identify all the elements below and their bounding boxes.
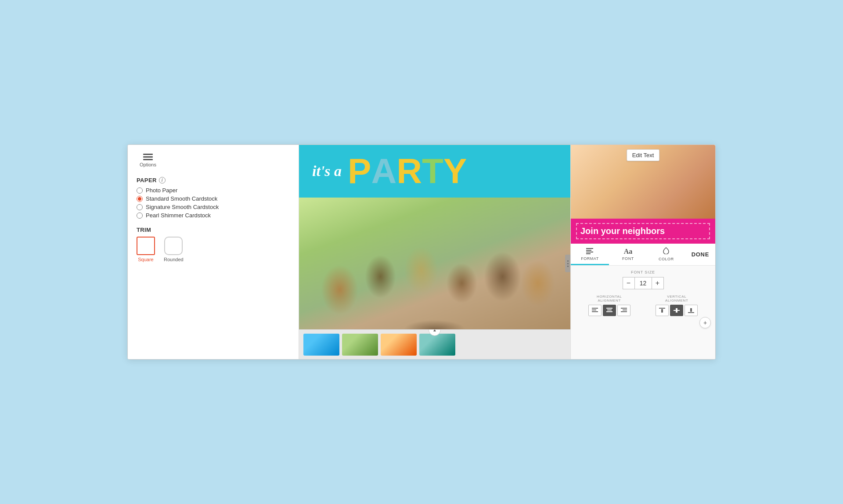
sidebar: Options PAPER i Photo Paper Standard Smo…: [128, 145, 299, 359]
paper-radio-photo[interactable]: [137, 187, 143, 194]
trim-options: Square Rounded: [137, 237, 290, 262]
canvas-image-area: it's a P A R T Y: [299, 145, 570, 359]
svg-rect-8: [607, 310, 612, 310]
sidebar-options-button[interactable]: Options: [137, 154, 159, 167]
party-word: P A R T Y: [348, 151, 467, 191]
right-photo-preview: Edit Text: [571, 145, 715, 219]
paper-label-signature: Signature Smooth Cardstock: [146, 204, 219, 210]
edit-toolbar: Format Aa Font Color DONE: [571, 244, 715, 359]
paper-label-pearl: Pearl Shimmer Cardstock: [146, 212, 211, 219]
paper-section: PAPER i Photo Paper Standard Smooth Card…: [137, 177, 290, 219]
its-a-text: it's a: [312, 163, 342, 180]
tab-font-label: Font: [622, 256, 634, 261]
main-photo-area: [299, 198, 570, 329]
thumbnail-2[interactable]: [342, 334, 378, 356]
tab-format[interactable]: Format: [571, 244, 609, 265]
paper-option-signature[interactable]: Signature Smooth Cardstock: [137, 204, 290, 210]
hamburger-icon: [143, 154, 153, 160]
svg-rect-12: [621, 311, 627, 312]
thumbnail-3[interactable]: [381, 334, 417, 356]
svg-rect-10: [621, 308, 627, 309]
paper-option-pearl[interactable]: Pearl Shimmer Cardstock: [137, 212, 290, 219]
align-center-button[interactable]: [603, 305, 616, 316]
svg-rect-3: [586, 253, 591, 254]
svg-rect-5: [592, 310, 596, 310]
svg-rect-14: [661, 309, 663, 313]
party-letter-p: P: [348, 151, 371, 191]
font-size-plus-button[interactable]: +: [652, 277, 664, 289]
tab-font[interactable]: Aa Font: [609, 244, 647, 265]
drag-dot-3: [567, 266, 569, 267]
font-size-minus-button[interactable]: −: [623, 277, 635, 289]
done-button[interactable]: DONE: [685, 244, 715, 265]
paper-radio-signature[interactable]: [137, 204, 143, 210]
party-letter-t: T: [422, 151, 443, 191]
pink-text-bar[interactable]: Join your neighbors: [571, 219, 715, 244]
align-top-button[interactable]: [656, 305, 669, 316]
paper-info-icon[interactable]: i: [159, 177, 166, 184]
vertical-alignment-label: VERTICALALIGNMENT: [665, 295, 688, 302]
app-window: Options PAPER i Photo Paper Standard Smo…: [127, 144, 716, 360]
trim-section: TRIM Square Rounded: [137, 227, 290, 262]
vertical-alignment-group: VERTICALALIGNMENT: [645, 295, 709, 316]
align-middle-button[interactable]: [670, 305, 683, 316]
horizontal-align-buttons: [588, 305, 630, 316]
drag-dot-2: [567, 263, 569, 264]
trim-rounded-option[interactable]: Rounded: [164, 237, 184, 262]
thumbnail-4[interactable]: [419, 334, 455, 356]
trim-square-label: Square: [138, 257, 153, 262]
trim-title: TRIM: [137, 227, 290, 233]
svg-rect-16: [674, 310, 680, 311]
party-letter-y: Y: [443, 151, 467, 191]
canvas-drag-handle[interactable]: [565, 255, 570, 272]
party-letter-r: R: [396, 151, 422, 191]
paper-radio-group: Photo Paper Standard Smooth Cardstock Si…: [137, 187, 290, 219]
thumbnail-1[interactable]: [303, 334, 339, 356]
tab-color[interactable]: Color: [647, 244, 685, 265]
options-label: Options: [140, 162, 156, 167]
paper-option-standard[interactable]: Standard Smooth Cardstock: [137, 195, 290, 202]
paper-title: PAPER i: [137, 177, 290, 184]
tab-format-label: Format: [581, 256, 599, 261]
paper-label-photo: Photo Paper: [146, 187, 177, 194]
svg-rect-1: [586, 250, 591, 251]
font-size-label: FONT SIZE: [631, 270, 655, 274]
align-bottom-button[interactable]: [684, 305, 698, 316]
trim-square-option[interactable]: Square: [137, 237, 155, 262]
trim-square-icon: [137, 237, 155, 255]
trim-rounded-icon: [164, 237, 183, 255]
zoom-add-button[interactable]: +: [699, 317, 711, 328]
paper-radio-standard[interactable]: [137, 196, 143, 202]
thumbnail-strip: ▲: [299, 329, 570, 359]
font-icon: Aa: [624, 248, 633, 256]
svg-rect-4: [592, 308, 598, 309]
svg-rect-13: [659, 308, 665, 309]
people-overlay: [299, 198, 570, 329]
horizontal-alignment-label: HORIZONTALALIGNMENT: [597, 295, 622, 302]
pink-bar-inner: Join your neighbors: [576, 223, 710, 239]
toolbar-tabs-row: Format Aa Font Color DONE: [571, 244, 715, 266]
right-panel: Edit Text Join your neighbors: [570, 145, 715, 359]
align-right-button[interactable]: [617, 305, 630, 316]
font-size-value: 12: [635, 277, 652, 289]
paper-radio-pearl[interactable]: [137, 212, 143, 219]
svg-rect-11: [623, 310, 627, 310]
svg-rect-18: [690, 308, 692, 312]
svg-rect-6: [592, 311, 598, 312]
join-neighbors-text: Join your neighbors: [580, 226, 665, 236]
font-size-control: − 12 +: [623, 277, 664, 289]
svg-rect-19: [688, 312, 694, 313]
edit-text-button[interactable]: Edit Text: [627, 149, 660, 161]
svg-rect-17: [676, 311, 677, 313]
center-canvas: it's a P A R T Y: [299, 145, 570, 359]
format-icon: [586, 248, 593, 256]
trim-rounded-label: Rounded: [164, 257, 184, 262]
party-banner: it's a P A R T Y: [299, 145, 570, 198]
color-icon: [663, 247, 670, 256]
party-letter-a: A: [371, 151, 396, 191]
paper-option-photo[interactable]: Photo Paper: [137, 187, 290, 194]
align-left-button[interactable]: [588, 305, 602, 316]
horizontal-alignment-group: HORIZONTALALIGNMENT: [578, 295, 641, 316]
font-size-section: FONT SIZE − 12 +: [571, 266, 715, 293]
svg-rect-2: [586, 252, 593, 252]
